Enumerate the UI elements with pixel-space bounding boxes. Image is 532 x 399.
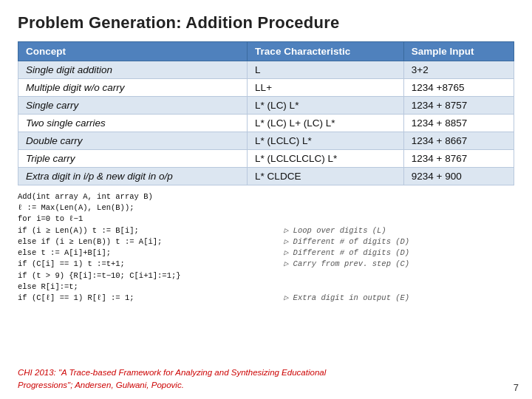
table-row: Multiple digit w/o carryLL+1234 +8765: [18, 79, 514, 97]
col-header-trace: Trace Characteristic: [248, 42, 404, 61]
code-line: else t := A[i]+B[i];▷ Different # of dig…: [18, 248, 514, 259]
table-row: Two single carriesL* (LC) L+ (LC) L*1234…: [18, 115, 514, 132]
code-left: else if (i ≥ Len(B)) t := A[i];: [18, 236, 269, 248]
table-cell: 9234 + 900: [403, 168, 514, 185]
code-line: else if (i ≥ Len(B)) t := A[i];▷ Differe…: [18, 236, 514, 248]
code-line: if (t > 9) {R[i]:=t−10; C[i+1]:=1;}: [18, 270, 514, 282]
code-right: ▷ Extra digit in output (E): [284, 293, 409, 304]
footer-line1: CHI 2013: "A Trace-based Framework for A…: [18, 368, 326, 377]
col-header-sample: Sample Input: [403, 42, 514, 61]
code-line: ℓ := Max(Len(A), Len(B));: [18, 202, 514, 214]
code-line: if (C[ℓ] == 1) R[ℓ] := 1;▷ Extra digit i…: [18, 293, 514, 304]
code-line: if (i ≥ Len(A)) t := B[i];▷ Loop over di…: [18, 225, 514, 236]
footer: CHI 2013: "A Trace-based Framework for A…: [18, 366, 514, 392]
code-left: if (C[i] == 1) t :=t+1;: [18, 259, 269, 270]
table-cell: L: [248, 61, 404, 79]
code-left: ℓ := Max(Len(A), Len(B));: [18, 202, 269, 214]
table-cell: Two single carries: [18, 115, 248, 132]
code-right: ▷ Loop over digits (L): [284, 225, 386, 236]
concept-table: Concept Trace Characteristic Sample Inpu…: [18, 41, 514, 185]
table-header-row: Concept Trace Characteristic Sample Inpu…: [18, 42, 514, 61]
table-cell: 1234 + 8767: [403, 150, 514, 168]
table-cell: L* (LCLC) L*: [248, 132, 404, 150]
code-left: if (i ≥ Len(A)) t := B[i];: [18, 225, 269, 236]
code-section: Add(int array A, int array B)ℓ := Max(Le…: [18, 191, 514, 364]
table-cell: 3+2: [403, 61, 514, 79]
code-left: else t := A[i]+B[i];: [18, 248, 269, 259]
table-cell: 1234 +8765: [403, 79, 514, 97]
code-right: ▷ Different # of digits (D): [284, 236, 409, 248]
code-line: else R[i]:=t;: [18, 282, 514, 293]
table-row: Single carryL* (LC) L*1234 + 8757: [18, 97, 514, 115]
table-cell: L* (LC) L*: [248, 97, 404, 115]
table-cell: Single digit addition: [18, 61, 248, 79]
footer-line2: Progressions"; Andersen, Gulwani, Popovi…: [18, 381, 184, 389]
table-cell: Multiple digit w/o carry: [18, 79, 248, 97]
code-left: else R[i]:=t;: [18, 282, 269, 293]
table-row: Extra digit in i/p & new digit in o/pL* …: [18, 168, 514, 185]
code-left: for i=0 to ℓ−1: [18, 214, 269, 225]
table-cell: Extra digit in i/p & new digit in o/p: [18, 168, 248, 185]
slide: Problem Generation: Addition Procedure C…: [0, 0, 532, 399]
col-header-concept: Concept: [18, 42, 248, 61]
code-left: Add(int array A, int array B): [18, 191, 269, 202]
table-cell: LL+: [248, 79, 404, 97]
table-cell: 1234 + 8667: [403, 132, 514, 150]
code-left: if (C[ℓ] == 1) R[ℓ] := 1;: [18, 293, 269, 304]
table-row: Triple carryL* (LCLCLCLC) L*1234 + 8767: [18, 150, 514, 168]
table-cell: Triple carry: [18, 150, 248, 168]
code-line: if (C[i] == 1) t :=t+1;▷ Carry from prev…: [18, 259, 514, 270]
table-cell: L* CLDCE: [248, 168, 404, 185]
code-line: for i=0 to ℓ−1: [18, 214, 514, 225]
table-row: Double carryL* (LCLC) L*1234 + 8667: [18, 132, 514, 150]
table-cell: 1234 + 8757: [403, 97, 514, 115]
table-cell: L* (LC) L+ (LC) L*: [248, 115, 404, 132]
slide-title: Problem Generation: Addition Procedure: [18, 13, 514, 33]
code-right: ▷ Different # of digits (D): [284, 248, 409, 259]
code-right: ▷ Carry from prev. step (C): [284, 259, 409, 270]
table-row: Single digit additionL3+2: [18, 61, 514, 79]
slide-number: 7: [514, 382, 519, 393]
table-cell: Double carry: [18, 132, 248, 150]
table-cell: L* (LCLCLCLC) L*: [248, 150, 404, 168]
table-cell: 1234 + 8857: [403, 115, 514, 132]
code-left: if (t > 9) {R[i]:=t−10; C[i+1]:=1;}: [18, 270, 269, 282]
code-line: Add(int array A, int array B): [18, 191, 514, 202]
table-cell: Single carry: [18, 97, 248, 115]
